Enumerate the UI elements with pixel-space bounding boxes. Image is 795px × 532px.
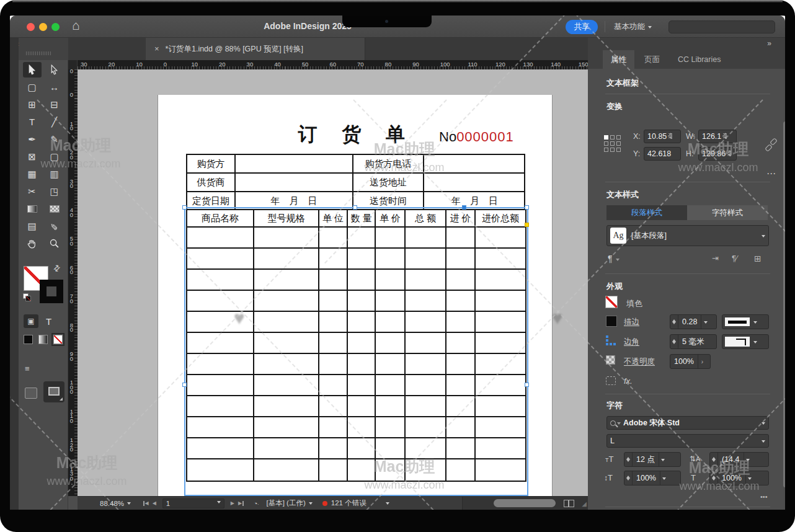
order-table-cell[interactable] (476, 459, 525, 481)
order-table-cell[interactable] (446, 354, 476, 375)
preflight-icon[interactable]: ◔. (254, 500, 259, 507)
order-table-cell[interactable] (187, 396, 254, 417)
order-table-cell[interactable] (254, 396, 319, 417)
previous-page-button[interactable]: ◀ (153, 500, 156, 506)
order-table-cell[interactable] (187, 228, 254, 249)
order-table-cell[interactable] (254, 228, 319, 249)
order-table-cell[interactable] (446, 270, 476, 291)
h-field[interactable]: 129.86毫 (698, 147, 737, 161)
order-table-cell[interactable] (187, 438, 254, 459)
order-table-cell[interactable] (348, 354, 376, 375)
order-table-cell[interactable] (376, 396, 406, 417)
order-table-cell[interactable] (319, 417, 348, 438)
selection-handle[interactable] (353, 205, 357, 210)
horizontal-scrollbar-thumb[interactable] (494, 499, 556, 507)
status-menu[interactable] (383, 501, 389, 505)
order-table-cell[interactable] (476, 333, 525, 354)
corner-size-stepper[interactable]: 5 毫米 (670, 334, 717, 349)
next-page-button[interactable]: ▶ (231, 500, 234, 506)
clear-overrides-icon[interactable]: ¶⁄ (732, 254, 737, 263)
order-table-cell[interactable] (254, 417, 319, 438)
horizontal-type-grid-tool[interactable]: ▦ (23, 166, 42, 182)
order-table-cell[interactable] (319, 333, 348, 354)
order-table-cell[interactable] (319, 375, 348, 396)
order-table-cell[interactable] (348, 249, 376, 270)
order-table-cell[interactable] (348, 228, 376, 249)
selection-handle[interactable] (525, 383, 529, 387)
minimize-window-button[interactable] (39, 23, 47, 31)
order-table-cell[interactable] (446, 375, 476, 396)
selection-tool[interactable] (23, 62, 42, 78)
leading-stepper[interactable]: (14.4 (709, 452, 769, 467)
selection-handle[interactable] (182, 383, 187, 387)
order-table-cell[interactable] (376, 375, 406, 396)
direct-selection-tool[interactable] (45, 62, 64, 78)
corner-options-icon[interactable] (606, 335, 615, 345)
more-options-icon[interactable]: ⋯ (766, 168, 776, 179)
order-table-cell[interactable] (406, 438, 446, 459)
w-field[interactable]: 126.1毫 (698, 130, 737, 143)
order-table-cell[interactable] (446, 228, 476, 249)
rectangle-tool[interactable]: ▢ (45, 149, 64, 164)
share-button[interactable]: 共享 (566, 20, 598, 34)
order-table-cell[interactable] (254, 438, 319, 459)
panel-tab-页面[interactable]: 页面 (636, 50, 668, 69)
constrain-proportions-icon[interactable] (766, 138, 776, 152)
font-style-dropdown[interactable]: L (606, 434, 769, 448)
order-table-cell[interactable] (319, 438, 348, 459)
more-options-icon[interactable]: ••• (760, 493, 768, 500)
search-input[interactable] (668, 20, 775, 33)
order-table-cell[interactable] (406, 459, 446, 481)
order-table-cell[interactable] (319, 459, 348, 481)
type-tool[interactable]: T (23, 114, 42, 130)
order-table-cell[interactable] (406, 354, 446, 375)
stepper-arrows[interactable] (670, 335, 678, 348)
workspace-switcher[interactable]: 基本功能 (614, 22, 652, 32)
reference-point-grid[interactable] (604, 135, 621, 152)
order-table-cell[interactable] (254, 375, 319, 396)
order-table-cell[interactable] (376, 270, 406, 291)
order-table-cell[interactable] (476, 270, 525, 291)
chevron-right-icon[interactable]: › (698, 355, 706, 368)
order-table-cell[interactable] (254, 312, 319, 333)
selection-handle[interactable] (182, 205, 187, 210)
order-table-cell[interactable] (319, 270, 348, 291)
order-table-cell[interactable] (319, 291, 348, 312)
pen-tool[interactable]: ✒ (23, 131, 42, 147)
order-table-cell[interactable] (376, 228, 406, 249)
view-options-icon[interactable]: ≡ (25, 364, 30, 373)
order-table-cell[interactable] (406, 375, 446, 396)
order-table-cell[interactable] (348, 375, 376, 396)
order-table-cell[interactable] (319, 396, 348, 417)
selection-handle[interactable] (525, 205, 529, 210)
zoom-window-button[interactable] (51, 23, 60, 31)
tab-character-styles[interactable]: 字符样式 (687, 205, 768, 220)
apply-none-button[interactable] (53, 335, 63, 344)
content-placer-tool[interactable]: ⊟ (45, 97, 64, 112)
chevron-down-icon[interactable] (660, 471, 668, 485)
order-table-cell[interactable] (446, 291, 476, 312)
formatting-affects-text-button[interactable]: T (46, 316, 51, 327)
order-table-cell[interactable] (446, 249, 476, 270)
order-table-cell[interactable] (187, 312, 254, 333)
order-table-cell[interactable] (254, 333, 319, 354)
order-table-cell[interactable] (187, 249, 254, 270)
stroke-swatch[interactable] (40, 280, 63, 303)
selection-handle-active[interactable] (462, 205, 466, 210)
gradient-swatch-tool[interactable] (23, 201, 42, 216)
tab-paragraph-styles[interactable]: 段落样式 (606, 205, 687, 220)
order-table-cell[interactable] (476, 417, 525, 438)
order-table-cell[interactable] (187, 459, 254, 481)
selection-handle-corner-edit[interactable] (525, 223, 529, 227)
order-table-cell[interactable] (446, 438, 476, 459)
opacity-control[interactable]: 100%› (670, 354, 711, 369)
preview-mode-button[interactable] (25, 388, 37, 399)
order-table-cell[interactable] (319, 249, 348, 270)
horizontal-scrollbar[interactable]: ◢ (462, 497, 588, 510)
font-size-stepper[interactable]: 12 点 (624, 452, 681, 467)
order-table-cell[interactable] (348, 459, 376, 481)
order-table-cell[interactable] (187, 417, 254, 438)
stroke-style-dropdown[interactable] (722, 314, 769, 329)
screen-mode-button[interactable] (43, 381, 64, 402)
order-table-cell[interactable] (476, 291, 525, 312)
